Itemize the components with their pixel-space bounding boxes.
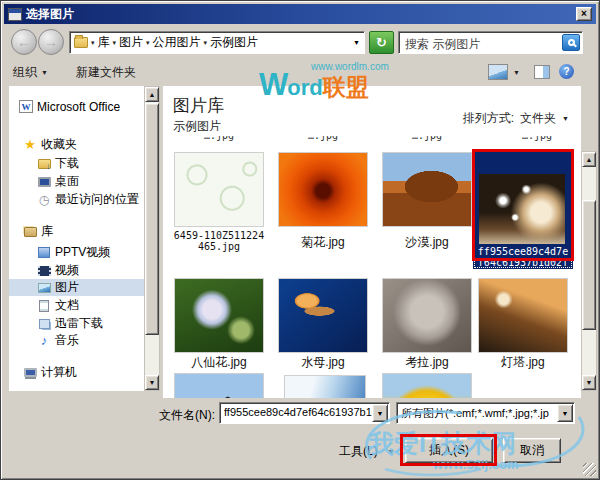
title-bar[interactable]: 选择图片 ×	[4, 4, 596, 24]
organize-menu[interactable]: 组织 ▼	[13, 64, 48, 81]
file-name[interactable]: 6459-110Z511224465.jpg	[169, 230, 269, 252]
list-scrollbar[interactable]: ▲ ▼	[581, 151, 597, 391]
film-icon	[38, 266, 51, 276]
filetype-combobox[interactable]: 所有图片(*.emf;*.wmf;*.jpg;*.jp ▼	[396, 402, 575, 424]
refresh-button[interactable]: ↻	[369, 31, 394, 54]
search-prompt-text: 搜索 示例图片	[405, 36, 480, 53]
sidebar-item-label: 音乐	[55, 332, 79, 349]
sidebar-item-thunder-downloads[interactable]: 迅雷下载	[37, 315, 144, 332]
selected-file-name-line: ff955cee89c4d7e	[473, 246, 573, 257]
sidebar-item-favorites[interactable]: ★ 收藏夹	[23, 136, 144, 153]
resize-grip[interactable]	[583, 463, 596, 476]
file-thumbnail-winter[interactable]	[285, 376, 365, 398]
help-icon[interactable]: ?	[559, 64, 574, 79]
insert-button[interactable]: 插入(S)	[405, 438, 493, 463]
picture-icon	[38, 283, 51, 293]
chevron-down-icon: ▼	[388, 448, 395, 455]
dialog-title: 选择图片	[26, 6, 74, 23]
list-scrollbar-thumb[interactable]	[582, 200, 596, 330]
breadcrumb-item-public-pictures[interactable]: 公用图片	[153, 34, 201, 51]
chevron-down-icon[interactable]: ▼	[372, 404, 388, 422]
sidebar-item-label: 最近访问的位置	[55, 191, 139, 208]
search-input[interactable]: 搜索 示例图片	[398, 31, 583, 54]
preview-pane-icon[interactable]	[534, 65, 550, 79]
crumb-separator-icon: ▾	[145, 39, 151, 47]
change-view-icon[interactable]	[488, 64, 508, 80]
sidebar-item-microsoft-office[interactable]: W Microsoft Office	[19, 98, 144, 115]
file-name[interactable]: 灯塔.jpg	[473, 354, 573, 371]
sidebar-scrollbar[interactable]: ▲ ▼	[144, 86, 160, 391]
breadcrumb-item-libraries[interactable]: 库	[98, 34, 110, 51]
breadcrumb[interactable]: ▾ 库 ▾ 图片 ▾ 公用图片 ▾ 示例图片 ▼	[69, 31, 365, 54]
clipped-file-label: ….jpg	[279, 136, 367, 142]
file-name[interactable]: 考拉.jpg	[377, 354, 477, 371]
new-folder-button[interactable]: 新建文件夹	[76, 64, 136, 81]
sidebar-item-downloads[interactable]: 下载	[37, 155, 144, 172]
arrange-by-control[interactable]: 排列方式: 文件夹 ▼	[411, 110, 569, 127]
filetype-value[interactable]: 所有图片(*.emf;*.wmf;*.jpg;*.jp	[397, 403, 574, 423]
sidebar-item-pictures[interactable]: 图片	[9, 279, 144, 296]
file-thumbnail-hydrangea[interactable]	[175, 279, 263, 352]
file-thumbnail-tulips[interactable]	[383, 374, 471, 398]
filename-combobox[interactable]: ff955cee89c4d7ef64c61937b1d0 ▼	[219, 402, 390, 424]
document-icon	[39, 300, 49, 312]
arrange-by-label: 排列方式:	[463, 110, 514, 127]
sidebar-item-label: 桌面	[55, 173, 79, 190]
refresh-icon: ↻	[376, 35, 387, 50]
file-thumbnail-desert[interactable]	[383, 153, 471, 226]
sidebar-item-label: 库	[41, 223, 53, 240]
clipped-file-label: ….jpg	[175, 136, 263, 142]
sidebar-item-local-disk-clipped[interactable]	[37, 383, 144, 391]
select-picture-dialog: 选择图片 × ← → ▾ 库 ▾ 图片 ▾ 公用图片 ▾ 示例图片 ▼ ↻ 搜索…	[0, 0, 600, 480]
sidebar-scrollbar-thumb[interactable]	[145, 103, 159, 335]
address-history-dropdown-icon[interactable]: ▼	[353, 39, 360, 46]
file-name[interactable]: 菊花.jpg	[273, 234, 373, 251]
music-note-icon: ♪	[37, 334, 51, 347]
file-name[interactable]: 水母.jpg	[273, 354, 373, 371]
filename-label: 文件名(N):	[121, 407, 215, 424]
file-name[interactable]: 沙漠.jpg	[377, 234, 477, 251]
view-dropdown-icon[interactable]: ▼	[513, 69, 520, 76]
back-button[interactable]: ←	[11, 29, 37, 55]
close-icon[interactable]: ×	[576, 7, 592, 21]
sidebar-item-label: 计算机	[41, 364, 77, 381]
sidebar-item-recent-places[interactable]: ◷ 最近访问的位置	[37, 191, 144, 208]
chevron-down-icon: ▼	[562, 115, 569, 122]
windows-flag-icon	[38, 386, 50, 391]
tools-menu[interactable]: 工具(L) ▼	[339, 443, 395, 460]
breadcrumb-item-pictures[interactable]: 图片	[119, 34, 143, 51]
sidebar-item-pptv-video[interactable]: PPTV视频	[37, 244, 144, 261]
computer-icon	[24, 368, 37, 377]
file-thumbnail-fairy	[479, 174, 565, 244]
file-thumbnail-koala[interactable]	[383, 279, 471, 352]
filename-value[interactable]: ff955cee89c4d7ef64c61937b1d0	[220, 403, 389, 423]
file-thumbnail-penguins[interactable]	[175, 374, 263, 398]
scroll-up-icon[interactable]: ▲	[145, 87, 159, 102]
sidebar-item-computer[interactable]: 计算机	[23, 364, 144, 381]
scroll-down-icon[interactable]: ▼	[145, 375, 159, 390]
file-thumbnail-swirl[interactable]	[175, 153, 263, 226]
navigation-pane: W Microsoft Office ★ 收藏夹 下载 桌面 ◷ 最近访问的位置…	[9, 86, 144, 391]
sidebar-item-label: 文档	[55, 297, 79, 314]
scroll-down-icon[interactable]: ▼	[582, 375, 596, 390]
arrange-by-value[interactable]: 文件夹	[520, 110, 556, 127]
chevron-down-icon[interactable]: ▼	[557, 404, 573, 422]
file-name[interactable]: 八仙花.jpg	[169, 354, 269, 371]
sidebar-item-desktop[interactable]: 桌面	[37, 173, 144, 190]
selected-file-tile[interactable]: ff955cee89c4d7e f64c61937b1d02f b7.jpg	[473, 150, 573, 269]
star-icon: ★	[23, 138, 37, 151]
file-thumbnail-chrysanthemum[interactable]	[279, 153, 367, 226]
sidebar-item-libraries[interactable]: 库	[23, 223, 144, 240]
file-thumbnail-jellyfish[interactable]	[279, 279, 367, 352]
sidebar-item-documents[interactable]: 文档	[37, 297, 144, 314]
forward-button[interactable]: →	[38, 29, 64, 55]
breadcrumb-item-sample-pictures[interactable]: 示例图片	[210, 34, 258, 51]
cancel-button[interactable]: 取消	[503, 438, 561, 463]
search-button[interactable]	[562, 34, 580, 51]
sidebar-item-videos[interactable]: 视频	[37, 262, 144, 279]
scroll-up-icon[interactable]: ▲	[582, 152, 596, 167]
sidebar-item-label: 收藏夹	[41, 136, 77, 153]
sidebar-item-music[interactable]: ♪ 音乐	[37, 332, 144, 349]
recent-places-icon: ◷	[37, 193, 51, 206]
file-thumbnail-lighthouse[interactable]	[479, 279, 567, 352]
